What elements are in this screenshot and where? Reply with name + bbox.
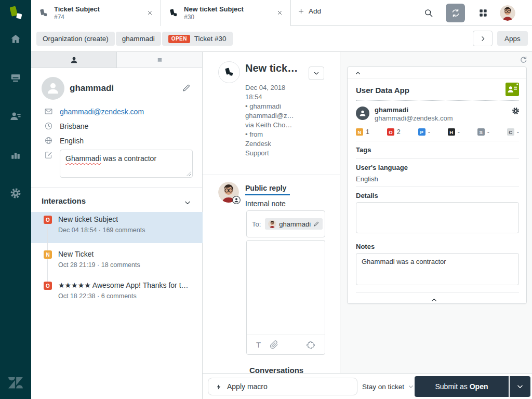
home-icon[interactable] [0,28,31,50]
edit-user-pencil-icon[interactable] [182,83,191,92]
app-collapse-strip [348,67,526,78]
language-value: English [356,175,378,183]
notes-text: was a contractor [101,154,156,163]
ticket-icon [38,8,49,18]
interaction-meta: Oct 18 22:38 · 6 comments [58,292,137,300]
tab-user-profile[interactable] [31,52,117,68]
clock-icon [44,122,53,130]
tab-user-details[interactable] [117,52,202,68]
stay-on-ticket-dropdown[interactable]: Stay on ticket [362,374,414,399]
interaction-row[interactable]: N New Ticket Oct 28 21:19 · 18 comments [31,247,203,276]
notes-label: Notes [356,243,375,250]
text-format-icon[interactable]: T [256,340,261,349]
apply-macro-label: Apply macro [227,382,268,391]
to-field[interactable]: To: ghammadi [246,210,325,237]
plus-icon [297,7,305,15]
submit-status: Open [470,382,488,391]
chevron-down-icon [313,70,320,76]
ticket-column: New tick… Dec 04, 2018 18:54 • ghammadi … [203,52,340,373]
to-label: To: [252,220,261,228]
tab-internal-note[interactable]: Internal note [245,200,286,208]
apps-toggle-button[interactable]: Apps [497,31,528,46]
attachment-paperclip-icon[interactable] [270,340,278,349]
badge-on-hold: H- [448,128,460,136]
breadcrumb-organization[interactable]: Organization (create) [36,32,115,46]
chevron-up-icon[interactable] [431,297,437,303]
user-language: English [60,137,84,145]
search-icon[interactable] [423,8,434,18]
person-icon [45,81,61,96]
app-settings-gear-icon[interactable] [512,107,520,115]
reports-icon[interactable] [0,143,31,166]
reply-editor[interactable]: T [246,240,325,355]
close-icon[interactable] [276,9,283,16]
interaction-title: New Ticket [58,250,94,258]
chevron-right-icon [480,35,486,42]
interaction-title: New ticket Subject [58,215,118,223]
interaction-row[interactable]: O New ticket Subject Dec 04 18:54 · 169 … [31,212,203,243]
badge-pending: P- [418,128,430,136]
submit-button-group: Submit asOpen [415,376,530,397]
breadcrumb-ticket[interactable]: OPEN Ticket #30 [162,32,233,46]
sync-button[interactable] [446,4,465,22]
person-icon [70,56,78,64]
submit-as-open-button[interactable]: Submit asOpen [415,376,509,397]
agent-badge-icon [232,196,241,204]
submit-options-chevron[interactable] [509,376,530,397]
stay-on-ticket-label: Stay on ticket [362,383,404,391]
user-panel-tabs [31,52,202,68]
ticket-tab-74[interactable]: Ticket Subject #74 [31,0,161,26]
user-email-link[interactable]: ghammadi@zendesk.com [60,108,144,116]
add-tab-button[interactable]: Add [297,7,321,15]
submit-prefix: Submit as [435,382,467,391]
status-badge-open: OPEN [168,35,190,43]
apps-panel: User Data App ghammadi gham [340,52,532,373]
tab-ticket-number: #74 [54,14,100,21]
reload-apps-icon[interactable] [519,55,528,64]
divider [356,187,519,187]
user-notes-input[interactable]: Ghammadi was a contractor [60,150,193,178]
recipient-pill[interactable]: ghammadi [265,218,323,230]
admin-gear-icon[interactable] [0,182,31,205]
zendesk-logo [8,377,23,389]
globe-icon [44,136,53,145]
app-user-email: ghammadi@zendesk.com [375,114,453,122]
next-ticket-button[interactable] [473,31,493,46]
app-title: User Data App [356,86,409,95]
interaction-row[interactable]: O ★★★★★ Awesome App! Thanks for t… Oct 1… [31,278,203,308]
views-icon[interactable] [0,66,31,89]
list-icon [155,56,164,64]
left-nav-rail [0,0,31,399]
details-textarea[interactable] [356,202,519,233]
breadcrumb-requester[interactable]: ghammadi [116,32,161,46]
notes-textarea[interactable]: Ghammadi was a contractor [356,253,519,285]
ticket-options-button[interactable] [309,66,324,80]
badge-open: O2 [387,128,401,136]
tab-ticket-number: #30 [184,14,244,21]
resize-handle[interactable] [187,171,191,176]
status-badge-new: N [44,250,52,259]
divider [356,158,519,159]
status-badge-open: O [44,282,52,290]
add-label: Add [309,7,321,15]
ticket-icon [168,8,179,18]
chevron-up-icon[interactable] [355,70,361,76]
language-label: User's language [356,164,408,171]
user-timezone: Brisbane [60,122,88,130]
notes-icon [44,151,53,159]
interaction-meta: Dec 04 18:54 · 169 comments [58,227,145,234]
agent-avatar[interactable] [500,5,515,21]
conversations-heading[interactable]: Conversations [249,366,303,373]
apps-puzzle-icon[interactable] [306,340,315,350]
tab-public-reply[interactable]: Public reply [245,184,286,192]
chevron-down-icon[interactable] [184,199,191,206]
apply-macro-button[interactable]: Apply macro [208,378,357,395]
badge-solved: S- [477,128,489,136]
chevron-down-icon [408,383,414,390]
zendesk-support-product-icon [7,4,24,22]
apps-grid-icon[interactable] [478,8,488,18]
customers-icon[interactable] [0,105,31,128]
close-icon[interactable] [147,9,153,16]
ticket-tab-30-active[interactable]: New ticket Subject #30 [161,0,291,26]
badge-new: N1 [356,128,369,136]
